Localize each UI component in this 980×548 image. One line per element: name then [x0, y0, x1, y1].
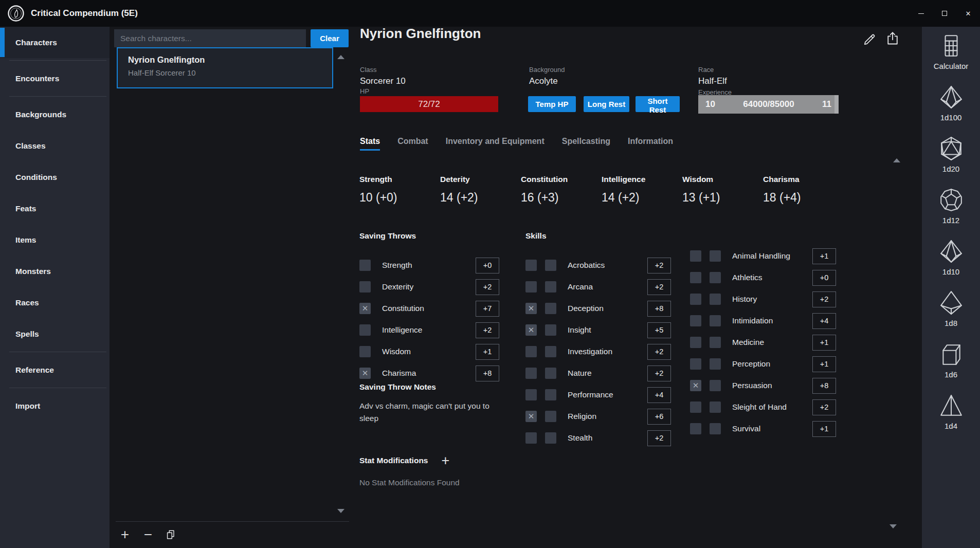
expertise-checkbox[interactable] — [710, 272, 721, 283]
proficiency-checkbox[interactable] — [525, 346, 537, 357]
proficiency-checkbox[interactable] — [359, 281, 371, 293]
dice-1d12[interactable]: 1d12 — [938, 187, 964, 239]
modifier-value[interactable]: +0 — [812, 270, 836, 286]
expertise-checkbox[interactable] — [545, 368, 556, 379]
expertise-checkbox[interactable] — [710, 380, 721, 391]
minimize-button[interactable] — [909, 0, 933, 27]
modifier-value[interactable]: +2 — [476, 279, 499, 295]
modifier-value[interactable]: +2 — [647, 344, 671, 360]
expertise-checkbox[interactable] — [545, 389, 556, 400]
modifier-value[interactable]: +2 — [647, 258, 671, 273]
sidebar-item-backgrounds[interactable]: Backgrounds — [0, 99, 110, 130]
modifier-value[interactable]: +1 — [812, 421, 836, 437]
clear-search-button[interactable]: Clear — [311, 29, 349, 47]
proficiency-checkbox[interactable] — [690, 272, 701, 283]
experience-bar[interactable]: 10 64000/85000 11 — [698, 95, 839, 114]
modifier-value[interactable]: +4 — [812, 313, 836, 329]
modifier-value[interactable]: +8 — [476, 366, 499, 381]
proficiency-checkbox[interactable] — [525, 281, 537, 293]
modifier-value[interactable]: +2 — [647, 430, 671, 446]
proficiency-checkbox[interactable] — [359, 324, 371, 336]
modifier-value[interactable]: +2 — [647, 279, 671, 295]
proficiency-checkbox[interactable] — [690, 294, 701, 305]
expertise-checkbox[interactable] — [545, 260, 556, 271]
dice-1d8[interactable]: 1d8 — [938, 290, 964, 341]
sidebar-item-conditions[interactable]: Conditions — [0, 161, 110, 193]
expertise-checkbox[interactable] — [545, 303, 556, 314]
tab-information[interactable]: Information — [628, 137, 673, 151]
proficiency-checkbox[interactable] — [525, 260, 537, 271]
sidebar-item-monsters[interactable]: Monsters — [0, 255, 110, 287]
modifier-value[interactable]: +1 — [812, 356, 836, 372]
export-character-button[interactable] — [885, 31, 900, 48]
short-rest-button[interactable]: Short Rest — [636, 96, 680, 112]
edit-character-button[interactable] — [863, 33, 876, 48]
proficiency-checkbox[interactable] — [690, 337, 701, 348]
proficiency-checkbox[interactable] — [690, 250, 701, 262]
tab-combat[interactable]: Combat — [397, 137, 428, 151]
temp-hp-button[interactable]: Temp HP — [528, 96, 576, 112]
remove-character-button[interactable]: − — [140, 526, 156, 543]
tab-inventory-and-equipment[interactable]: Inventory and Equipment — [446, 137, 545, 151]
proficiency-checkbox[interactable] — [359, 368, 371, 379]
proficiency-checkbox[interactable] — [525, 324, 537, 336]
sidebar-item-reference[interactable]: Reference — [0, 354, 110, 386]
expertise-checkbox[interactable] — [710, 358, 721, 370]
dice-1d10[interactable]: 1d10 — [938, 239, 964, 290]
tab-stats[interactable]: Stats — [360, 137, 380, 151]
expertise-checkbox[interactable] — [710, 315, 721, 326]
sidebar-item-feats[interactable]: Feats — [0, 193, 110, 224]
proficiency-checkbox[interactable] — [690, 380, 701, 391]
modifier-value[interactable]: +4 — [647, 387, 671, 403]
dice-1d100[interactable]: 1d100 — [938, 84, 964, 136]
proficiency-checkbox[interactable] — [525, 411, 537, 422]
proficiency-checkbox[interactable] — [359, 303, 371, 314]
modifier-value[interactable]: +1 — [476, 344, 499, 360]
modifier-value[interactable]: +2 — [476, 322, 499, 338]
expertise-checkbox[interactable] — [545, 281, 556, 293]
proficiency-checkbox[interactable] — [690, 423, 701, 434]
modifier-value[interactable]: +8 — [812, 378, 836, 394]
add-stat-modification-button[interactable]: + — [441, 455, 449, 466]
modifier-value[interactable]: +0 — [476, 258, 499, 273]
dice-1d6[interactable]: 1d6 — [938, 341, 964, 393]
tab-spellcasting[interactable]: Spellcasting — [562, 137, 610, 151]
modifier-value[interactable]: +6 — [647, 409, 671, 425]
maximize-button[interactable] — [933, 0, 956, 27]
expertise-checkbox[interactable] — [545, 324, 556, 336]
expertise-checkbox[interactable] — [545, 432, 556, 444]
modifier-value[interactable]: +2 — [812, 291, 836, 307]
modifier-value[interactable]: +1 — [812, 335, 836, 351]
dice-1d4[interactable]: 1d4 — [938, 393, 964, 444]
search-input[interactable] — [114, 29, 306, 47]
add-character-button[interactable]: + — [117, 526, 133, 543]
sidebar-item-import[interactable]: Import — [0, 390, 110, 422]
proficiency-checkbox[interactable] — [690, 358, 701, 370]
expertise-checkbox[interactable] — [710, 294, 721, 305]
proficiency-checkbox[interactable] — [525, 389, 537, 400]
sheet-scroll-up[interactable] — [893, 158, 900, 162]
proficiency-checkbox[interactable] — [525, 303, 537, 314]
sheet-scroll-down[interactable] — [890, 524, 897, 528]
expertise-checkbox[interactable] — [545, 346, 556, 357]
list-scroll-up[interactable] — [337, 55, 344, 59]
expertise-checkbox[interactable] — [710, 423, 721, 434]
character-card[interactable]: Nyrion GnelfingtonHalf-Elf Sorcerer 10 — [117, 47, 333, 88]
proficiency-checkbox[interactable] — [690, 401, 701, 413]
modifier-value[interactable]: +8 — [647, 301, 671, 317]
expertise-checkbox[interactable] — [545, 411, 556, 422]
sidebar-item-characters[interactable]: Characters — [0, 27, 110, 58]
proficiency-checkbox[interactable] — [690, 315, 701, 326]
close-button[interactable]: ✕ — [956, 0, 980, 27]
sidebar-item-items[interactable]: Items — [0, 224, 110, 255]
dice-1d20[interactable]: 1d20 — [938, 136, 964, 187]
list-scroll-down[interactable] — [337, 509, 344, 513]
long-rest-button[interactable]: Long Rest — [584, 96, 629, 112]
modifier-value[interactable]: +5 — [647, 322, 671, 338]
proficiency-checkbox[interactable] — [359, 346, 371, 357]
sidebar-item-spells[interactable]: Spells — [0, 318, 110, 350]
sidebar-item-classes[interactable]: Classes — [0, 130, 110, 161]
proficiency-checkbox[interactable] — [525, 432, 537, 444]
expertise-checkbox[interactable] — [710, 401, 721, 413]
dice-calculator[interactable]: Calculator — [934, 33, 969, 84]
